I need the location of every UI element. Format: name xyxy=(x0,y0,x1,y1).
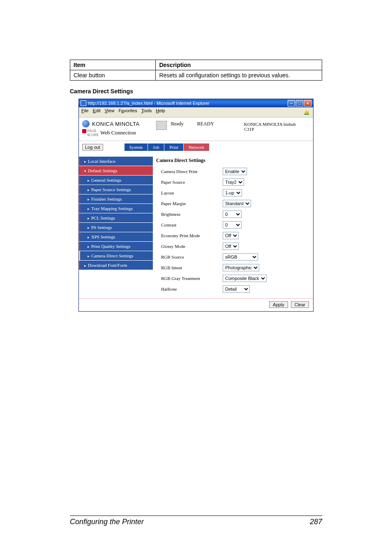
select-rgb-source[interactable]: sRGB xyxy=(223,253,258,261)
label-paper-source: Paper Source xyxy=(161,180,223,185)
apply-button[interactable]: Apply xyxy=(269,301,288,308)
menu-favorites[interactable]: Favorites xyxy=(118,108,137,116)
select-camera-direct-print[interactable]: Enable xyxy=(223,168,247,175)
label-rgb-gray: RGB Gray Treatment xyxy=(161,276,223,281)
logout-button[interactable]: Log out xyxy=(82,144,103,150)
window-titlebar: http://192.168.1.27/a_index.html - Micro… xyxy=(79,99,313,107)
select-paper-source[interactable]: Tray2 xyxy=(223,178,244,186)
description-table: Item Description Clear button Resets all… xyxy=(70,60,322,81)
label-economy: Economy Print Mode xyxy=(161,233,223,238)
maximize-button[interactable]: □ xyxy=(296,100,303,106)
sidebar-item-camera-direct[interactable]: ▸Camera Direct Settings xyxy=(79,251,153,260)
label-brightness: Brightness xyxy=(161,212,223,217)
sidebar-item-ps[interactable]: ▸PS Settings xyxy=(79,223,153,232)
browser-window: http://192.168.1.27/a_index.html - Micro… xyxy=(78,99,314,312)
ie-throbber-icon xyxy=(302,108,311,116)
sidebar-item-paper-source[interactable]: ▸Paper Source Settings xyxy=(79,185,153,194)
cell-desc: Resets all configuration settings to pre… xyxy=(156,70,322,81)
label-camera-direct-print: Camera Direct Print xyxy=(161,169,223,174)
section-heading: Camera Direct Settings xyxy=(70,88,322,95)
status-ready-big: READY xyxy=(197,121,214,127)
app-header: KONICA MINOLTA PAGE SCOPE Web Connection… xyxy=(79,118,313,141)
tab-job[interactable]: Job xyxy=(148,143,164,151)
menu-file[interactable]: File xyxy=(81,108,89,116)
cell-item: Clear button xyxy=(70,70,156,81)
pagescope-logo: PAGE SCOPE xyxy=(82,129,99,136)
label-contrast: Contrast xyxy=(161,222,223,227)
svg-rect-0 xyxy=(304,114,309,115)
window-title: http://192.168.1.27/a_index.html - Micro… xyxy=(88,101,210,106)
select-glossy[interactable]: Off xyxy=(223,243,239,250)
menu-help[interactable]: Help xyxy=(156,108,165,116)
minimize-button[interactable]: – xyxy=(288,100,295,106)
model-line2: C31P xyxy=(244,127,310,132)
col-description: Description xyxy=(156,60,322,70)
select-brightness[interactable]: 0 xyxy=(223,210,242,218)
web-connection-label: Web Connection xyxy=(100,130,136,136)
sidebar-item-default-settings[interactable]: ▾Default Settings xyxy=(79,166,153,175)
close-button[interactable]: × xyxy=(304,100,311,106)
label-layout: Layout xyxy=(161,190,223,195)
footer-page-number: 287 xyxy=(310,518,322,526)
menu-view[interactable]: View xyxy=(105,108,115,116)
select-rgb-gray[interactable]: Composite Black xyxy=(223,275,267,282)
clear-button[interactable]: Clear xyxy=(291,301,309,308)
footer-title: Configuring the Printer xyxy=(70,518,144,526)
sidebar-item-finisher[interactable]: ▸Finisher Settings xyxy=(79,194,153,204)
model-line1: KONICA MINOLTA bizhub xyxy=(244,122,310,127)
label-rgb-source: RGB Source xyxy=(161,254,223,259)
tab-network[interactable]: Network xyxy=(184,143,210,151)
ie-icon xyxy=(81,100,86,106)
label-halftone: Halftone xyxy=(161,287,223,291)
sidebar-item-print-quality[interactable]: ▸Print Quality Settings xyxy=(79,242,153,251)
select-paper-margin[interactable]: Standard xyxy=(223,200,251,207)
tab-print[interactable]: Print xyxy=(164,143,183,151)
menu-edit[interactable]: Edit xyxy=(93,108,101,116)
page-footer: Configuring the Printer 287 xyxy=(70,516,322,526)
select-rgb-intent[interactable]: Photographic xyxy=(223,264,259,271)
content-title: Camera Direct Settings xyxy=(156,157,310,164)
select-halftone[interactable]: Detail xyxy=(223,285,250,293)
sidebar-item-tray-mapping[interactable]: ▸Tray Mapping Settings xyxy=(79,204,153,213)
menu-bar: File Edit View Favorites Tools Help xyxy=(79,107,313,118)
sidebar-item-local-interface[interactable]: ▸Local Interface xyxy=(79,157,153,166)
col-item: Item xyxy=(70,60,156,70)
select-economy[interactable]: Off xyxy=(223,232,239,239)
printer-icon xyxy=(156,121,167,130)
brand-logo-icon xyxy=(82,120,90,127)
sidebar-item-download-font[interactable]: ▸Download Font/Form xyxy=(79,261,153,270)
table-row: Clear button Resets all configuration se… xyxy=(70,70,322,81)
content-area: Camera Direct Settings Camera Direct Pri… xyxy=(153,154,313,297)
select-contrast[interactable]: 0 xyxy=(223,221,242,229)
sidebar-item-pcl[interactable]: ▸PCL Settings xyxy=(79,213,153,222)
select-layout[interactable]: 1-up xyxy=(223,189,242,197)
label-glossy: Glossy Mode xyxy=(161,244,223,249)
label-rgb-intent: RGB Intent xyxy=(161,265,223,270)
menu-tools[interactable]: Tools xyxy=(141,108,152,116)
sidebar: ▸Local Interface ▾Default Settings ▸Gene… xyxy=(79,154,153,297)
brand-name: KONICA MINOLTA xyxy=(92,121,140,127)
label-paper-margin: Paper Margin xyxy=(161,201,223,206)
sidebar-item-general[interactable]: ▸General Settings xyxy=(79,176,153,185)
status-ready-small: Ready xyxy=(171,121,184,127)
tab-system[interactable]: System xyxy=(125,143,148,151)
sidebar-item-xps[interactable]: ▸XPS Settings xyxy=(79,232,153,241)
